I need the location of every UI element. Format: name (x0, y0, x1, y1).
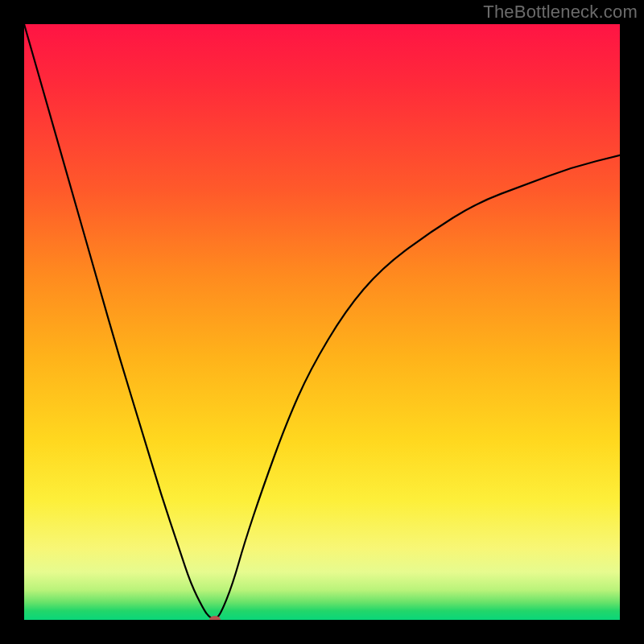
bottleneck-curve (24, 24, 620, 620)
min-marker-dot (209, 616, 221, 620)
watermark-text: TheBottleneck.com (483, 2, 638, 23)
chart-frame: TheBottleneck.com (0, 0, 644, 644)
plot-area (24, 24, 620, 620)
